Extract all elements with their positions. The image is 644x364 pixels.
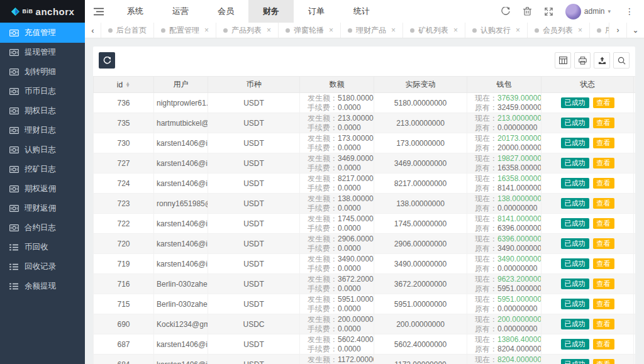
column-header[interactable]: 状态 <box>541 77 634 93</box>
column-header[interactable]: id▲▼ <box>94 77 154 93</box>
refresh-icon[interactable] <box>501 7 511 16</box>
table-row: 727 karsten1406@icl... USDT 发生额：3469.000… <box>94 153 636 174</box>
cell-coin: USDT <box>208 153 300 174</box>
sidebar-item[interactable]: 合约日志 <box>0 218 85 238</box>
wallet-now-value: 213.00000000 <box>497 114 541 123</box>
sidebar-item-label: 回收记录 <box>25 262 56 272</box>
amount-label: 发生额： <box>308 234 338 243</box>
view-button[interactable]: 查看 <box>593 339 614 350</box>
sidebar-item[interactable]: 回收记录 <box>0 257 85 277</box>
status-badge: 已成功 <box>561 299 589 309</box>
column-header[interactable]: 充值时间 <box>634 77 636 93</box>
wallet-before-label: 原有： <box>475 284 497 293</box>
sidebar-item[interactable]: 理财返佣 <box>0 199 85 218</box>
column-header[interactable]: 数额 <box>300 77 374 93</box>
view-button[interactable]: 查看 <box>593 118 614 128</box>
view-button[interactable]: 查看 <box>593 279 614 289</box>
fullscreen-icon[interactable] <box>544 7 553 16</box>
menu-item[interactable]: 财务 <box>248 0 294 23</box>
sidebar-item[interactable]: 挖矿日志 <box>0 160 85 179</box>
column-header[interactable]: 实际变动 <box>374 77 467 93</box>
sidebar-item[interactable]: 划转明细 <box>0 62 85 82</box>
column-header[interactable]: 用户 <box>154 77 208 93</box>
amount-value: 200.00000000 <box>338 315 374 324</box>
chevron-down-icon: ▾ <box>608 8 611 14</box>
tabs-scroll-left-icon[interactable]: ‹ <box>85 23 101 38</box>
tab[interactable]: 矿机列表 × <box>403 23 465 38</box>
view-button[interactable]: 查看 <box>593 97 614 108</box>
list-icon <box>9 244 19 251</box>
tab[interactable]: 认购发行 × <box>465 23 528 38</box>
view-button[interactable]: 查看 <box>593 299 614 309</box>
tab[interactable]: 后台首页 <box>101 23 154 38</box>
column-header[interactable]: 钱包 <box>467 77 541 93</box>
user-label: karsten1406@icl... <box>157 219 208 228</box>
tab-close-icon[interactable]: × <box>453 26 458 35</box>
tab-close-icon[interactable]: × <box>578 26 582 35</box>
print-button[interactable] <box>574 52 591 69</box>
view-button[interactable]: 查看 <box>593 238 614 249</box>
view-button[interactable]: 查看 <box>593 178 614 189</box>
fee-value: 0.0000 <box>338 163 361 172</box>
export-button[interactable] <box>594 52 610 69</box>
tabs-menu-icon[interactable]: ⌄ <box>626 23 644 38</box>
tab-close-icon[interactable]: × <box>267 26 271 35</box>
more-options-icon[interactable]: ⋮ <box>623 6 636 16</box>
sidebar-item[interactable]: 理财日志 <box>0 121 85 140</box>
status-badge: 已成功 <box>561 118 589 128</box>
tab[interactable]: 产品列表 × <box>216 23 279 38</box>
tab[interactable]: 弹窗轮播 × <box>279 23 341 38</box>
cell-wallet: 现在：5951.00000000 原有：0.00000000 <box>467 294 541 314</box>
status-badge: 已成功 <box>561 97 589 108</box>
sidebar-item[interactable]: 提现管理 <box>0 43 85 62</box>
menu-item[interactable]: 运营 <box>158 0 203 23</box>
wallet-now-label: 现在： <box>475 94 497 102</box>
view-button[interactable]: 查看 <box>593 218 614 229</box>
tab-close-icon[interactable]: × <box>204 26 209 35</box>
sort-desc-icon[interactable]: ▼ <box>125 85 130 87</box>
tab[interactable]: 用户认证 × <box>590 23 609 38</box>
menu-item[interactable]: 订单 <box>294 0 339 23</box>
tab-close-icon[interactable]: × <box>329 26 333 35</box>
menu-item[interactable]: 统计 <box>339 0 384 23</box>
tabs-scroll-right-icon[interactable]: › <box>609 23 626 38</box>
sidebar-item[interactable]: 认购日志 <box>0 140 85 160</box>
sidebar-item[interactable]: 币币日志 <box>0 82 85 101</box>
tab[interactable]: 会员列表 × <box>528 23 590 38</box>
sidebar-item[interactable]: 余额提现 <box>0 277 85 296</box>
amount-value: 213.00000000 <box>338 114 374 123</box>
clear-cache-icon[interactable] <box>523 7 532 16</box>
tab[interactable]: 配置管理 × <box>154 23 216 38</box>
sidebar-item[interactable]: 期权日志 <box>0 101 85 121</box>
tab[interactable]: 理财产品 × <box>341 23 403 38</box>
columns-filter-button[interactable] <box>555 52 571 69</box>
tab-close-icon[interactable]: × <box>391 26 396 35</box>
view-button[interactable]: 查看 <box>593 158 614 168</box>
amount-label: 发生额： <box>308 355 338 364</box>
cell-wallet: 现在：9623.20000000 原有：5951.00000000 <box>467 274 541 294</box>
collapse-sidebar-icon[interactable] <box>85 0 113 23</box>
user-menu[interactable]: admin ▾ <box>565 4 611 19</box>
sidebar-item[interactable]: 充值管理 <box>0 23 85 43</box>
view-button[interactable]: 查看 <box>593 359 614 364</box>
fee-label: 手续费： <box>308 224 338 233</box>
view-button[interactable]: 查看 <box>593 138 614 148</box>
cell-status: 已成功查看 <box>541 314 634 334</box>
view-button[interactable]: 查看 <box>593 258 614 269</box>
cell-status: 已成功查看 <box>541 274 634 294</box>
menu-item[interactable]: 系统 <box>113 0 158 23</box>
sort-icons[interactable]: ▲▼ <box>125 82 130 87</box>
fee-label: 手续费： <box>308 304 338 313</box>
sidebar-item-label: 挖矿日志 <box>25 164 56 175</box>
refresh-table-button[interactable] <box>99 52 115 69</box>
view-button[interactable]: 查看 <box>593 319 614 329</box>
sidebar-item[interactable]: 币回收 <box>0 238 85 257</box>
search-icon[interactable] <box>613 52 630 69</box>
cell-id: 730 <box>94 133 154 153</box>
view-button[interactable]: 查看 <box>593 198 614 209</box>
column-header[interactable]: 币种 <box>208 77 300 93</box>
tab-close-icon[interactable]: × <box>516 26 520 35</box>
menu-item[interactable]: 会员 <box>203 0 248 23</box>
sidebar-item[interactable]: 期权返佣 <box>0 179 85 199</box>
amount-label: 发生额： <box>308 134 338 143</box>
